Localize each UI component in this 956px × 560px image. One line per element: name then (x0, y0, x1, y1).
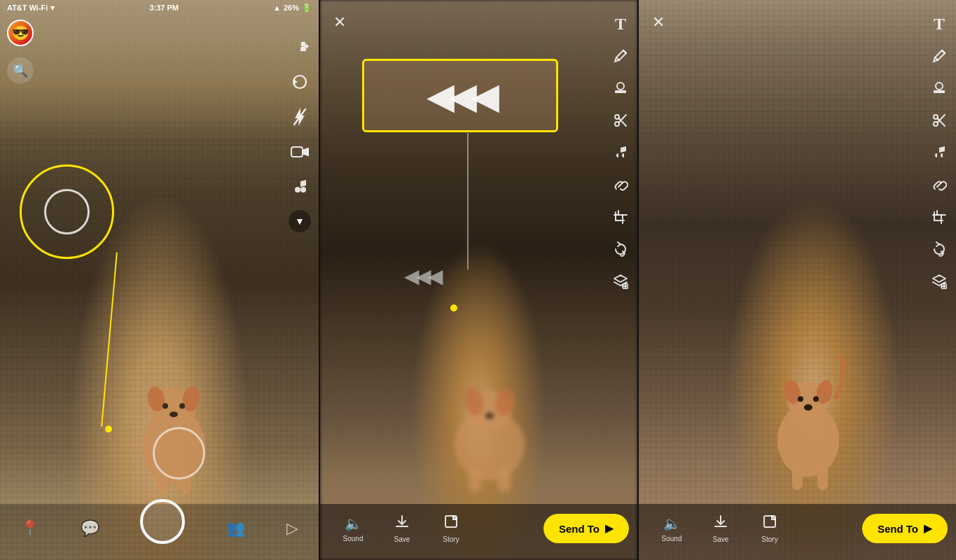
send-to-button-p2[interactable]: Send To ▶ (543, 514, 629, 543)
svg-point-41 (804, 405, 812, 411)
sound-icon-p3: 🔈 (663, 515, 681, 532)
svg-point-40 (813, 396, 819, 402)
chevron-down-button[interactable]: ▼ (289, 210, 311, 232)
send-to-button-p3[interactable]: Send To ▶ (862, 514, 948, 543)
text-tool-p3[interactable]: T (929, 14, 949, 34)
scissors-tool-p2[interactable] (611, 111, 630, 130)
send-to-label-p3: Send To (878, 523, 918, 535)
svg-rect-42 (792, 465, 803, 490)
svg-rect-28 (934, 90, 945, 93)
status-bar: AT&T Wi-Fi ▾ 3:37 PM ▲ 26% 🔋 (0, 0, 319, 15)
dog-standing-p3 (756, 332, 864, 493)
friends-icon: 👥 (226, 519, 245, 538)
save-action-p2[interactable]: Save (377, 514, 427, 543)
location-nav-icon: 📍 (20, 519, 39, 538)
nav-friends[interactable]: 👥 (226, 519, 245, 538)
location-icon: ▲ (273, 4, 281, 12)
toolbar-right-p3: T (929, 14, 949, 291)
capture-area[interactable] (140, 506, 185, 551)
svg-point-14 (617, 83, 624, 90)
sound-icon-p2: 🔈 (345, 515, 362, 532)
story-icon-p2 (443, 514, 459, 533)
rotate-camera-button[interactable] (288, 70, 312, 94)
status-time: 3:37 PM (149, 4, 179, 12)
story-label-p3: Story (761, 536, 777, 543)
music-tool-p3[interactable] (929, 143, 949, 162)
story-action-p3[interactable]: Story (745, 514, 794, 543)
search-icon: 🔍 (13, 63, 28, 78)
nav-location[interactable]: 📍 (20, 519, 39, 538)
story-action-p2[interactable]: Story (427, 514, 476, 543)
wifi-icon: ▾ (50, 4, 55, 13)
text-tool-label-p3: T (934, 15, 945, 34)
send-to-arrow-p3: ▶ (924, 522, 932, 535)
video-sticker-button[interactable] (288, 140, 312, 164)
save-icon-p2 (394, 514, 410, 533)
loop-tool-p3[interactable] (929, 239, 949, 259)
sound-action-p3[interactable]: 🔈 Sound (647, 515, 696, 542)
play-icon: ▷ (286, 519, 298, 538)
rewind-arrows-small: ◀◀◀ (404, 265, 440, 288)
capture-preview-circle (153, 427, 205, 479)
sound-action-p2[interactable]: 🔈 Sound (328, 515, 377, 542)
chat-icon: 💬 (81, 519, 99, 538)
toolbar-right-p2: T (611, 14, 630, 291)
nav-play[interactable]: ▷ (286, 519, 298, 538)
battery-text: 26% (284, 4, 299, 12)
music-button[interactable] (288, 175, 312, 199)
svg-rect-25 (469, 468, 481, 492)
save-label-p2: Save (394, 536, 410, 543)
link-tool-p2[interactable] (611, 175, 630, 195)
save-icon-p3 (713, 514, 728, 533)
send-to-arrow-p2: ▶ (605, 522, 614, 535)
close-button-p3[interactable]: ✕ (649, 13, 668, 32)
svg-rect-13 (615, 90, 626, 93)
music-tool-p2[interactable] (611, 143, 630, 162)
bottom-bar-p3: 🔈 Sound Save (639, 504, 956, 560)
stamp-tool-p3[interactable] (929, 78, 949, 98)
crop-tool-p3[interactable] (929, 207, 949, 227)
camera-toolbar: ▼ (288, 35, 312, 232)
text-tool-p2[interactable]: T (611, 14, 630, 34)
dog-motion-p2 (434, 354, 546, 494)
edit-clean-panel: ✕ T (637, 0, 956, 560)
bottom-actions-p3: 🔈 Sound Save (647, 514, 862, 543)
svg-point-39 (798, 396, 803, 402)
chevron-icon: ▼ (295, 216, 305, 227)
svg-rect-43 (817, 465, 828, 490)
battery-icon: 🔋 (302, 4, 312, 13)
bottom-actions-p2: 🔈 Sound Save (328, 514, 543, 543)
layers-tool-p2[interactable] (611, 272, 630, 291)
save-action-p3[interactable]: Save (696, 514, 745, 543)
search-button[interactable]: 🔍 (7, 57, 34, 84)
capture-button[interactable] (140, 499, 185, 544)
avatar[interactable]: 😎 (7, 20, 34, 46)
link-tool-p3[interactable] (929, 175, 949, 195)
sticker-connector-dot (450, 304, 457, 312)
room-top (0, 0, 319, 140)
pencil-tool-p3[interactable] (929, 46, 949, 66)
close-icon-p2: ✕ (333, 13, 346, 31)
focus-circle-inner (44, 189, 90, 234)
bottom-nav: 📍 💬 👥 ▷ (0, 504, 319, 560)
close-button-p2[interactable]: ✕ (330, 13, 349, 32)
nav-chat[interactable]: 💬 (81, 519, 99, 538)
rewind-sticker-selected[interactable]: ◀◀◀ (362, 59, 558, 132)
svg-point-10 (169, 412, 178, 417)
save-label-p3: Save (713, 536, 729, 543)
send-to-label-p2: Send To (559, 523, 600, 535)
svg-point-24 (485, 413, 494, 419)
sound-label-p2: Sound (343, 535, 363, 542)
carrier-text: AT&T Wi-Fi (7, 4, 48, 12)
story-label-p2: Story (443, 536, 459, 543)
pencil-tool-p2[interactable] (611, 46, 630, 66)
scissors-tool-p3[interactable] (929, 111, 949, 130)
crop-tool-p2[interactable] (611, 207, 630, 227)
flash-button[interactable] (288, 105, 312, 129)
loop-tool-p2[interactable] (611, 239, 630, 259)
svg-rect-3 (291, 147, 303, 157)
stamp-tool-p2[interactable] (611, 78, 630, 98)
layers-tool-p3[interactable] (929, 272, 949, 291)
add-friend-button[interactable] (288, 35, 312, 59)
rewind-sticker-small[interactable]: ◀◀◀ (404, 265, 440, 288)
